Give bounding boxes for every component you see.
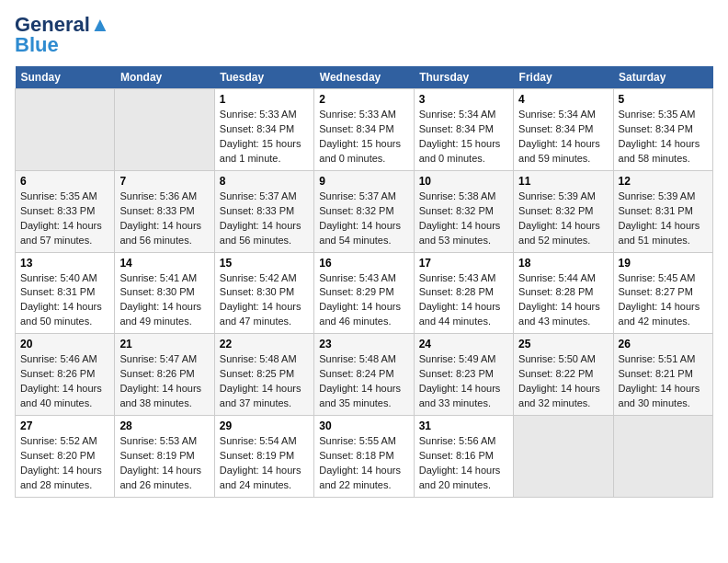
calendar-cell: 22Sunrise: 5:48 AMSunset: 8:25 PMDayligh…: [214, 334, 313, 416]
calendar-cell: [613, 416, 712, 498]
calendar-week-row: 1Sunrise: 5:33 AMSunset: 8:34 PMDaylight…: [16, 89, 713, 171]
day-number: 26: [619, 338, 708, 350]
day-info: Sunrise: 5:53 AMSunset: 8:19 PMDaylight:…: [119, 434, 209, 493]
day-info: Sunrise: 5:41 AMSunset: 8:30 PMDaylight:…: [119, 271, 209, 330]
day-info: Sunrise: 5:35 AMSunset: 8:33 PMDaylight:…: [20, 190, 109, 248]
day-info: Sunrise: 5:35 AMSunset: 8:34 PMDaylight:…: [619, 108, 708, 167]
day-number: 9: [319, 175, 408, 188]
calendar-cell: 16Sunrise: 5:43 AMSunset: 8:29 PMDayligh…: [314, 252, 414, 334]
day-info: Sunrise: 5:49 AMSunset: 8:23 PMDaylight:…: [419, 352, 508, 411]
day-number: 11: [518, 175, 608, 188]
day-number: 5: [619, 93, 708, 106]
calendar-week-row: 20Sunrise: 5:46 AMSunset: 8:26 PMDayligh…: [16, 334, 713, 416]
calendar-cell: 20Sunrise: 5:46 AMSunset: 8:26 PMDayligh…: [16, 334, 115, 416]
day-info: Sunrise: 5:54 AMSunset: 8:19 PMDaylight:…: [220, 434, 309, 493]
calendar-cell: 6Sunrise: 5:35 AMSunset: 8:33 PMDaylight…: [16, 170, 115, 252]
day-number: 21: [119, 338, 209, 350]
calendar-cell: 13Sunrise: 5:40 AMSunset: 8:31 PMDayligh…: [16, 252, 115, 334]
calendar-cell: 8Sunrise: 5:37 AMSunset: 8:33 PMDaylight…: [214, 170, 313, 252]
day-number: 18: [518, 257, 608, 270]
calendar-table: SundayMondayTuesdayWednesdayThursdayFrid…: [15, 66, 713, 498]
day-number: 4: [518, 93, 608, 106]
day-number: 23: [319, 338, 408, 350]
day-info: Sunrise: 5:37 AMSunset: 8:33 PMDaylight:…: [220, 190, 309, 248]
calendar-cell: 14Sunrise: 5:41 AMSunset: 8:30 PMDayligh…: [115, 252, 214, 334]
calendar-cell: 28Sunrise: 5:53 AMSunset: 8:19 PMDayligh…: [115, 416, 214, 498]
day-info: Sunrise: 5:39 AMSunset: 8:31 PMDaylight:…: [619, 190, 708, 248]
page-header: General▲Blue: [15, 15, 713, 55]
day-info: Sunrise: 5:33 AMSunset: 8:34 PMDaylight:…: [220, 108, 309, 167]
day-number: 14: [119, 257, 209, 270]
day-info: Sunrise: 5:43 AMSunset: 8:28 PMDaylight:…: [419, 271, 508, 330]
day-info: Sunrise: 5:46 AMSunset: 8:26 PMDaylight:…: [20, 352, 109, 411]
calendar-cell: 2Sunrise: 5:33 AMSunset: 8:34 PMDaylight…: [314, 89, 414, 171]
calendar-cell: 1Sunrise: 5:33 AMSunset: 8:34 PMDaylight…: [214, 89, 313, 171]
day-number: 10: [419, 175, 508, 188]
day-number: 2: [319, 93, 408, 106]
day-info: Sunrise: 5:40 AMSunset: 8:31 PMDaylight:…: [20, 271, 109, 330]
day-info: Sunrise: 5:44 AMSunset: 8:28 PMDaylight:…: [518, 271, 608, 330]
day-info: Sunrise: 5:38 AMSunset: 8:32 PMDaylight:…: [419, 190, 508, 248]
day-number: 29: [220, 419, 309, 432]
day-info: Sunrise: 5:50 AMSunset: 8:22 PMDaylight:…: [518, 352, 608, 411]
day-number: 1: [220, 93, 309, 106]
day-header-tuesday: Tuesday: [214, 66, 313, 89]
calendar-cell: 15Sunrise: 5:42 AMSunset: 8:30 PMDayligh…: [214, 252, 313, 334]
calendar-cell: 29Sunrise: 5:54 AMSunset: 8:19 PMDayligh…: [214, 416, 313, 498]
day-header-monday: Monday: [115, 66, 214, 89]
day-number: 3: [419, 93, 508, 106]
calendar-cell: 31Sunrise: 5:56 AMSunset: 8:16 PMDayligh…: [414, 416, 513, 498]
calendar-cell: 21Sunrise: 5:47 AMSunset: 8:26 PMDayligh…: [115, 334, 214, 416]
day-info: Sunrise: 5:52 AMSunset: 8:20 PMDaylight:…: [20, 434, 109, 493]
calendar-cell: 26Sunrise: 5:51 AMSunset: 8:21 PMDayligh…: [613, 334, 712, 416]
day-number: 13: [20, 257, 109, 270]
day-info: Sunrise: 5:37 AMSunset: 8:32 PMDaylight:…: [319, 190, 408, 248]
day-header-thursday: Thursday: [414, 66, 513, 89]
calendar-cell: [16, 89, 115, 171]
day-header-wednesday: Wednesday: [314, 66, 414, 89]
calendar-cell: 27Sunrise: 5:52 AMSunset: 8:20 PMDayligh…: [16, 416, 115, 498]
day-info: Sunrise: 5:43 AMSunset: 8:29 PMDaylight:…: [319, 271, 408, 330]
day-number: 12: [619, 175, 708, 188]
calendar-cell: 30Sunrise: 5:55 AMSunset: 8:18 PMDayligh…: [314, 416, 414, 498]
calendar-cell: 24Sunrise: 5:49 AMSunset: 8:23 PMDayligh…: [414, 334, 513, 416]
day-number: 28: [119, 419, 209, 432]
day-number: 19: [619, 257, 708, 270]
calendar-header-row: SundayMondayTuesdayWednesdayThursdayFrid…: [16, 66, 713, 89]
calendar-cell: 10Sunrise: 5:38 AMSunset: 8:32 PMDayligh…: [414, 170, 513, 252]
calendar-cell: 4Sunrise: 5:34 AMSunset: 8:34 PMDaylight…: [514, 89, 613, 171]
calendar-cell: [514, 416, 613, 498]
day-info: Sunrise: 5:42 AMSunset: 8:30 PMDaylight:…: [220, 271, 309, 330]
day-number: 15: [220, 257, 309, 270]
calendar-cell: 23Sunrise: 5:48 AMSunset: 8:24 PMDayligh…: [314, 334, 414, 416]
calendar-cell: 17Sunrise: 5:43 AMSunset: 8:28 PMDayligh…: [414, 252, 513, 334]
day-number: 20: [20, 338, 109, 350]
calendar-week-row: 27Sunrise: 5:52 AMSunset: 8:20 PMDayligh…: [16, 416, 713, 498]
calendar-cell: 3Sunrise: 5:34 AMSunset: 8:34 PMDaylight…: [414, 89, 513, 171]
day-info: Sunrise: 5:48 AMSunset: 8:25 PMDaylight:…: [220, 352, 309, 411]
day-header-friday: Friday: [514, 66, 613, 89]
day-number: 16: [319, 257, 408, 270]
day-number: 27: [20, 419, 109, 432]
day-info: Sunrise: 5:34 AMSunset: 8:34 PMDaylight:…: [419, 108, 508, 167]
calendar-cell: [115, 89, 214, 171]
day-info: Sunrise: 5:33 AMSunset: 8:34 PMDaylight:…: [319, 108, 408, 167]
calendar-cell: 25Sunrise: 5:50 AMSunset: 8:22 PMDayligh…: [514, 334, 613, 416]
calendar-cell: 7Sunrise: 5:36 AMSunset: 8:33 PMDaylight…: [115, 170, 214, 252]
day-info: Sunrise: 5:47 AMSunset: 8:26 PMDaylight:…: [119, 352, 209, 411]
day-info: Sunrise: 5:55 AMSunset: 8:18 PMDaylight:…: [319, 434, 408, 493]
day-info: Sunrise: 5:39 AMSunset: 8:32 PMDaylight:…: [518, 190, 608, 248]
day-number: 17: [419, 257, 508, 270]
day-number: 7: [119, 175, 209, 188]
calendar-cell: 18Sunrise: 5:44 AMSunset: 8:28 PMDayligh…: [514, 252, 613, 334]
day-number: 6: [20, 175, 109, 188]
calendar-cell: 12Sunrise: 5:39 AMSunset: 8:31 PMDayligh…: [613, 170, 712, 252]
calendar-week-row: 6Sunrise: 5:35 AMSunset: 8:33 PMDaylight…: [16, 170, 713, 252]
day-number: 30: [319, 419, 408, 432]
day-info: Sunrise: 5:56 AMSunset: 8:16 PMDaylight:…: [419, 434, 508, 493]
day-header-sunday: Sunday: [16, 66, 115, 89]
day-header-saturday: Saturday: [613, 66, 712, 89]
calendar-cell: 11Sunrise: 5:39 AMSunset: 8:32 PMDayligh…: [514, 170, 613, 252]
calendar-week-row: 13Sunrise: 5:40 AMSunset: 8:31 PMDayligh…: [16, 252, 713, 334]
day-number: 22: [220, 338, 309, 350]
